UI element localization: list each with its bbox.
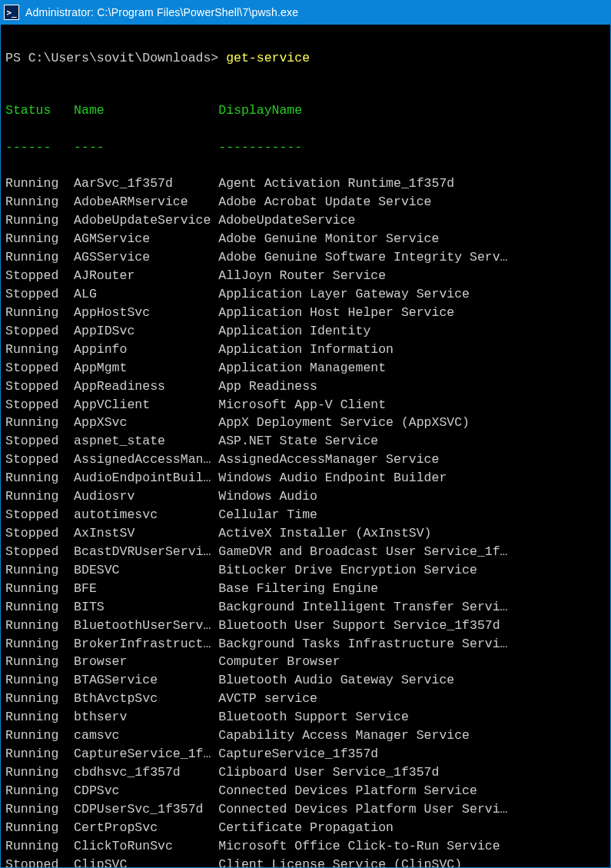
service-row: Running BITS Background Intelligent Tran… <box>5 598 606 617</box>
service-row: Running AudioEndpointBuil… Windows Audio… <box>5 469 606 487</box>
service-row: Stopped aspnet_state ASP.NET State Servi… <box>5 432 606 451</box>
service-row: Running BFE Base Filtering Engine <box>5 580 606 598</box>
service-row: Running cbdhsvc_1f357d Clipboard User Se… <box>5 763 606 782</box>
service-row: Running ClickToRunSvc Microsoft Office C… <box>5 837 606 856</box>
service-row: Running AarSvc_1f357d Agent Activation R… <box>5 175 606 193</box>
service-row: Stopped AppReadiness App Readiness <box>5 377 606 396</box>
service-row: Running Appinfo Application Information <box>5 341 606 359</box>
service-row: Stopped ALG Application Layer Gateway Se… <box>5 285 606 304</box>
service-row: Running BluetoothUserServ… Bluetooth Use… <box>5 617 606 635</box>
service-row: Running BthAvctpSvc AVCTP service <box>5 690 606 708</box>
service-row: Running camsvc Capability Access Manager… <box>5 727 606 745</box>
service-row: Stopped BcastDVRUserServi… GameDVR and B… <box>5 543 606 561</box>
service-row: Running AdobeARMservice Adobe Acrobat Up… <box>5 193 606 211</box>
service-row: Stopped AssignedAccessMan… AssignedAcces… <box>5 451 606 469</box>
service-row: Running Browser Computer Browser <box>5 653 606 671</box>
service-row: Running AGMService Adobe Genuine Monitor… <box>5 230 606 248</box>
prompt-path: PS C:\Users\sovit\Downloads> <box>5 51 226 65</box>
service-row: Stopped AppVClient Microsoft App-V Clien… <box>5 396 606 414</box>
column-dashes: ------ ---- ----------- <box>5 138 606 157</box>
prompt-command: get-service <box>226 51 310 65</box>
service-row: Running CertPropSvc Certificate Propagat… <box>5 819 606 837</box>
service-row: Running CaptureService_1f… CaptureServic… <box>5 745 606 763</box>
terminal-output[interactable]: PS C:\Users\sovit\Downloads> get-service… <box>1 25 610 868</box>
powershell-icon: >_ <box>4 5 19 20</box>
service-row: Stopped autotimesvc Cellular Time <box>5 506 606 524</box>
service-row: Running CDPUserSvc_1f357d Connected Devi… <box>5 800 606 819</box>
window-titlebar[interactable]: >_ Administrator: C:\Program Files\Power… <box>1 1 610 25</box>
column-headers: Status Name DisplayName <box>5 101 606 120</box>
window-title: Administrator: C:\Program Files\PowerShe… <box>25 6 298 18</box>
service-row: Running BDESVC BitLocker Drive Encryptio… <box>5 561 606 580</box>
service-row: Stopped AJRouter AllJoyn Router Service <box>5 267 606 285</box>
service-row: Running AppXSvc AppX Deployment Service … <box>5 414 606 432</box>
service-row: Running CDPSvc Connected Devices Platfor… <box>5 782 606 800</box>
service-row: Running AGSService Adobe Genuine Softwar… <box>5 248 606 267</box>
service-row: Stopped AppIDSvc Application Identity <box>5 322 606 341</box>
service-row: Stopped AxInstSV ActiveX Installer (AxIn… <box>5 524 606 543</box>
service-row: Running bthserv Bluetooth Support Servic… <box>5 708 606 727</box>
service-row: Running AdobeUpdateService AdobeUpdateSe… <box>5 211 606 230</box>
service-row: Running BTAGService Bluetooth Audio Gate… <box>5 671 606 690</box>
service-row: Running AppHostSvc Application Host Help… <box>5 304 606 322</box>
prompt-line: PS C:\Users\sovit\Downloads> get-service <box>5 49 606 68</box>
service-row: Running Audiosrv Windows Audio <box>5 487 606 506</box>
service-row: Running BrokerInfrastruct… Background Ta… <box>5 635 606 653</box>
service-row: Stopped ClipSVC Client License Service (… <box>5 856 606 868</box>
service-row: Stopped AppMgmt Application Management <box>5 359 606 377</box>
